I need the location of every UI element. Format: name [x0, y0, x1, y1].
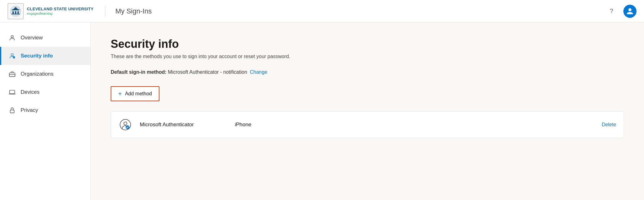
change-link[interactable]: Change — [250, 69, 267, 75]
add-method-label: Add method — [125, 91, 152, 97]
sidebar-item-privacy[interactable]: Privacy — [0, 101, 90, 119]
body-container: Overview ✓ Security info Organizations — [0, 22, 644, 200]
default-method-label: Default sign-in method: — [111, 69, 167, 75]
security-icon: ✓ — [9, 52, 16, 59]
header-right: ? — [606, 5, 636, 18]
sidebar-item-security-info[interactable]: ✓ Security info — [0, 47, 90, 65]
svg-text:✓: ✓ — [13, 57, 15, 59]
app-header: CLEVELAND STATE UNIVERSITY engagedlearni… — [0, 0, 644, 22]
page-subtitle: These are the methods you use to sign in… — [111, 54, 624, 59]
sidebar-item-overview[interactable]: Overview — [0, 29, 90, 47]
add-method-button[interactable]: + Add method — [111, 86, 159, 101]
help-icon[interactable]: ? — [606, 6, 617, 17]
main-content: Security info These are the methods you … — [91, 22, 644, 200]
svg-rect-13 — [10, 90, 15, 94]
default-method-row: Default sign-in method: Microsoft Authen… — [111, 69, 624, 75]
method-row: Microsoft Authenticator iPhone Delete — [111, 111, 624, 138]
method-name: Microsoft Authenticator — [140, 122, 227, 128]
svg-point-8 — [11, 54, 13, 56]
university-logo-icon — [8, 3, 24, 19]
svg-point-16 — [124, 122, 127, 125]
sidebar-item-devices[interactable]: Devices — [0, 83, 90, 101]
university-name: CLEVELAND STATE UNIVERSITY — [27, 7, 93, 12]
sidebar-item-overview-label: Overview — [21, 35, 43, 41]
engaged-learning-text: engagedlearning — [27, 12, 93, 16]
sidebar-item-organizations-label: Organizations — [21, 71, 53, 77]
plus-icon: + — [118, 91, 122, 97]
person-icon — [9, 34, 16, 41]
header-left: CLEVELAND STATE UNIVERSITY engagedlearni… — [8, 3, 152, 19]
svg-rect-3 — [15, 11, 16, 14]
sidebar: Overview ✓ Security info Organizations — [0, 22, 91, 200]
svg-rect-4 — [18, 11, 19, 14]
sidebar-item-devices-label: Devices — [21, 89, 39, 95]
svg-rect-5 — [11, 14, 20, 14]
method-device: iPhone — [235, 122, 594, 128]
header-title: My Sign-Ins — [105, 6, 152, 17]
default-method-value: Microsoft Authenticator - notification — [168, 69, 247, 75]
avatar[interactable] — [623, 5, 636, 18]
logo-text: CLEVELAND STATE UNIVERSITY engagedlearni… — [27, 7, 93, 16]
sidebar-item-security-info-label: Security info — [21, 53, 53, 59]
svg-rect-14 — [10, 110, 14, 113]
sidebar-item-privacy-label: Privacy — [21, 107, 38, 113]
svg-rect-1 — [12, 9, 19, 10]
sidebar-item-organizations[interactable]: Organizations — [0, 65, 90, 83]
svg-point-15 — [120, 119, 131, 130]
logo-area: CLEVELAND STATE UNIVERSITY engagedlearni… — [8, 3, 95, 19]
page-title: Security info — [111, 38, 624, 51]
briefcase-icon — [9, 71, 16, 78]
svg-point-7 — [11, 36, 13, 38]
authenticator-icon — [118, 118, 132, 132]
delete-link[interactable]: Delete — [602, 122, 616, 128]
avatar-person-icon — [626, 8, 634, 15]
laptop-icon — [9, 89, 16, 96]
svg-rect-2 — [13, 11, 14, 14]
lock-icon — [9, 107, 16, 114]
